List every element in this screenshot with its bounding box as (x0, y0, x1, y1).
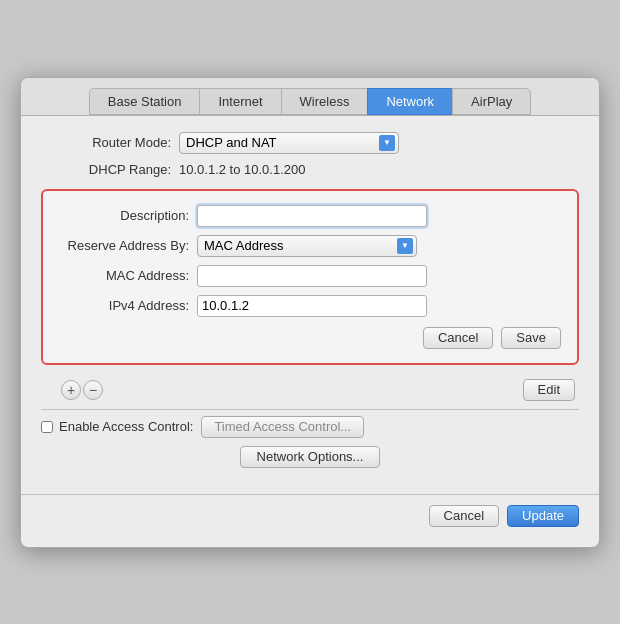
router-mode-label: Router Mode: (41, 135, 171, 150)
dhcp-range-row: DHCP Range: 10.0.1.2 to 10.0.1.200 (41, 162, 579, 177)
router-mode-row: Router Mode: DHCP and NAT (41, 132, 579, 154)
access-control-row: Enable Access Control: Timed Access Cont… (41, 416, 579, 438)
reserve-address-by-label: Reserve Address By: (59, 238, 189, 253)
ipv4-address-label: IPv4 Address: (59, 298, 189, 313)
reserve-address-by-select[interactable]: MAC Address IP Address (197, 235, 417, 257)
router-mode-select-wrapper[interactable]: DHCP and NAT (179, 132, 399, 154)
bottom-bar: Cancel Update (21, 494, 599, 531)
remove-button[interactable]: − (83, 380, 103, 400)
description-row: Description: (59, 205, 561, 227)
tab-network[interactable]: Network (367, 88, 452, 115)
tab-bar: Base Station Internet Wireless Network A… (21, 78, 599, 116)
dhcp-range-label: DHCP Range: (41, 162, 171, 177)
tab-wireless[interactable]: Wireless (281, 88, 368, 115)
add-remove-edit-row: + − Edit (41, 375, 579, 405)
panel-button-row: Cancel Save (59, 327, 561, 349)
mac-address-label: MAC Address: (59, 268, 189, 283)
timed-access-control-button[interactable]: Timed Access Control... (201, 416, 364, 438)
content-area: Router Mode: DHCP and NAT DHCP Range: 10… (21, 116, 599, 484)
reserve-address-by-row: Reserve Address By: MAC Address IP Addre… (59, 235, 561, 257)
reserve-address-by-select-wrapper[interactable]: MAC Address IP Address (197, 235, 417, 257)
description-label: Description: (59, 208, 189, 223)
tab-internet[interactable]: Internet (199, 88, 280, 115)
router-mode-select[interactable]: DHCP and NAT (179, 132, 399, 154)
description-input[interactable] (197, 205, 427, 227)
mac-address-row: MAC Address: (59, 265, 561, 287)
ipv4-address-row: IPv4 Address: (59, 295, 561, 317)
tab-base-station[interactable]: Base Station (89, 88, 200, 115)
dhcp-range-value: 10.0.1.2 to 10.0.1.200 (179, 162, 306, 177)
edit-button[interactable]: Edit (523, 379, 575, 401)
panel-save-button[interactable]: Save (501, 327, 561, 349)
ipv4-address-input[interactable] (197, 295, 427, 317)
mac-address-input[interactable] (197, 265, 427, 287)
main-window: Base Station Internet Wireless Network A… (20, 77, 600, 548)
cancel-button[interactable]: Cancel (429, 505, 499, 527)
update-button[interactable]: Update (507, 505, 579, 527)
divider (41, 409, 579, 410)
dhcp-reservation-panel: Description: Reserve Address By: MAC Add… (41, 189, 579, 365)
panel-cancel-button[interactable]: Cancel (423, 327, 493, 349)
enable-access-control-checkbox[interactable] (41, 421, 53, 433)
tab-airplay[interactable]: AirPlay (452, 88, 531, 115)
enable-access-control-label: Enable Access Control: (41, 419, 193, 434)
network-options-row: Network Options... (41, 446, 579, 468)
network-options-button[interactable]: Network Options... (240, 446, 381, 468)
add-button[interactable]: + (61, 380, 81, 400)
